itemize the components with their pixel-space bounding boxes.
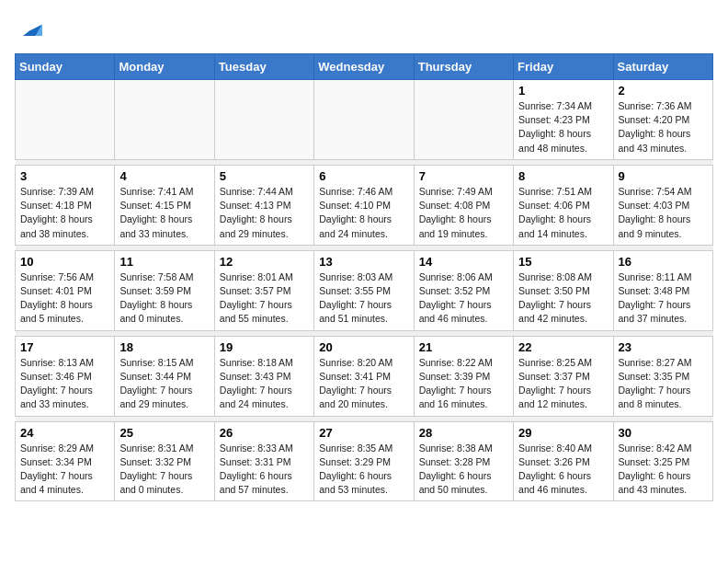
day-info: Sunrise: 8:29 AM Sunset: 3:34 PM Dayligh… — [20, 442, 109, 498]
day-info: Sunrise: 7:34 AM Sunset: 4:23 PM Dayligh… — [518, 99, 608, 155]
day-number: 25 — [119, 426, 209, 440]
day-info: Sunrise: 7:49 AM Sunset: 4:08 PM Dayligh… — [419, 185, 508, 241]
day-number: 17 — [20, 340, 109, 354]
day-number: 24 — [20, 426, 109, 440]
calendar-week-1: 1Sunrise: 7:34 AM Sunset: 4:23 PM Daylig… — [16, 80, 713, 160]
day-info: Sunrise: 8:08 AM Sunset: 3:50 PM Dayligh… — [518, 270, 608, 327]
day-number: 15 — [518, 255, 608, 269]
day-info: Sunrise: 7:51 AM Sunset: 4:06 PM Dayligh… — [518, 185, 608, 241]
calendar-header-saturday: Saturday — [613, 54, 712, 80]
calendar-cell: 11Sunrise: 7:58 AM Sunset: 3:59 PM Dayli… — [115, 250, 214, 330]
calendar-cell: 17Sunrise: 8:13 AM Sunset: 3:46 PM Dayli… — [16, 336, 115, 416]
calendar-cell — [115, 80, 214, 160]
day-number: 28 — [419, 426, 508, 440]
day-info: Sunrise: 8:38 AM Sunset: 3:28 PM Dayligh… — [419, 442, 508, 498]
day-info: Sunrise: 8:42 AM Sunset: 3:25 PM Dayligh… — [619, 442, 708, 498]
day-number: 1 — [518, 84, 608, 98]
day-info: Sunrise: 8:40 AM Sunset: 3:26 PM Dayligh… — [518, 442, 608, 498]
day-number: 10 — [20, 255, 109, 269]
calendar-cell — [214, 80, 313, 160]
day-number: 12 — [220, 255, 309, 269]
calendar-week-5: 24Sunrise: 8:29 AM Sunset: 3:34 PM Dayli… — [16, 421, 713, 501]
calendar-cell: 20Sunrise: 8:20 AM Sunset: 3:41 PM Dayli… — [314, 336, 414, 416]
calendar-header-friday: Friday — [514, 54, 613, 80]
day-number: 9 — [619, 169, 708, 183]
calendar-cell: 18Sunrise: 8:15 AM Sunset: 3:44 PM Dayli… — [115, 336, 214, 416]
calendar-cell: 30Sunrise: 8:42 AM Sunset: 3:25 PM Dayli… — [613, 421, 712, 501]
calendar-header-tuesday: Tuesday — [214, 54, 313, 80]
calendar-week-3: 10Sunrise: 7:56 AM Sunset: 4:01 PM Dayli… — [16, 250, 713, 330]
day-number: 7 — [419, 169, 508, 183]
calendar-week-4: 17Sunrise: 8:13 AM Sunset: 3:46 PM Dayli… — [16, 336, 713, 416]
calendar: SundayMondayTuesdayWednesdayThursdayFrid… — [15, 53, 713, 501]
day-info: Sunrise: 8:25 AM Sunset: 3:37 PM Dayligh… — [518, 356, 608, 412]
calendar-cell: 26Sunrise: 8:33 AM Sunset: 3:31 PM Dayli… — [214, 421, 313, 501]
day-info: Sunrise: 8:31 AM Sunset: 3:32 PM Dayligh… — [119, 442, 209, 498]
calendar-cell: 10Sunrise: 7:56 AM Sunset: 4:01 PM Dayli… — [16, 250, 115, 330]
calendar-header-row: SundayMondayTuesdayWednesdayThursdayFrid… — [16, 54, 713, 80]
day-info: Sunrise: 8:18 AM Sunset: 3:43 PM Dayligh… — [220, 356, 309, 412]
day-number: 16 — [619, 255, 708, 269]
day-info: Sunrise: 8:15 AM Sunset: 3:44 PM Dayligh… — [119, 356, 209, 412]
day-info: Sunrise: 8:22 AM Sunset: 3:39 PM Dayligh… — [419, 356, 508, 412]
day-info: Sunrise: 8:20 AM Sunset: 3:41 PM Dayligh… — [319, 356, 408, 412]
day-number: 19 — [220, 340, 309, 354]
day-number: 27 — [319, 426, 408, 440]
calendar-cell — [16, 80, 115, 160]
calendar-header-thursday: Thursday — [414, 54, 513, 80]
day-info: Sunrise: 7:44 AM Sunset: 4:13 PM Dayligh… — [220, 185, 309, 241]
day-number: 2 — [619, 84, 708, 98]
calendar-cell: 12Sunrise: 8:01 AM Sunset: 3:57 PM Dayli… — [214, 250, 313, 330]
calendar-cell: 16Sunrise: 8:11 AM Sunset: 3:48 PM Dayli… — [613, 250, 712, 330]
day-info: Sunrise: 7:39 AM Sunset: 4:18 PM Dayligh… — [20, 185, 109, 241]
calendar-cell: 23Sunrise: 8:27 AM Sunset: 3:35 PM Dayli… — [613, 336, 712, 416]
day-info: Sunrise: 7:46 AM Sunset: 4:10 PM Dayligh… — [319, 185, 408, 241]
day-info: Sunrise: 7:56 AM Sunset: 4:01 PM Dayligh… — [20, 270, 109, 327]
calendar-cell — [314, 80, 414, 160]
calendar-cell: 1Sunrise: 7:34 AM Sunset: 4:23 PM Daylig… — [514, 80, 613, 160]
calendar-cell: 9Sunrise: 7:54 AM Sunset: 4:03 PM Daylig… — [613, 165, 712, 245]
day-info: Sunrise: 7:54 AM Sunset: 4:03 PM Dayligh… — [619, 185, 708, 241]
calendar-header-wednesday: Wednesday — [314, 54, 414, 80]
calendar-cell — [414, 80, 513, 160]
calendar-cell: 4Sunrise: 7:41 AM Sunset: 4:15 PM Daylig… — [115, 165, 214, 245]
day-number: 5 — [220, 169, 309, 183]
day-info: Sunrise: 7:36 AM Sunset: 4:20 PM Dayligh… — [619, 99, 708, 155]
calendar-cell: 24Sunrise: 8:29 AM Sunset: 3:34 PM Dayli… — [16, 421, 115, 501]
calendar-cell: 5Sunrise: 7:44 AM Sunset: 4:13 PM Daylig… — [214, 165, 313, 245]
calendar-cell: 27Sunrise: 8:35 AM Sunset: 3:29 PM Dayli… — [314, 421, 414, 501]
day-number: 13 — [319, 255, 408, 269]
page-header — [15, 15, 713, 44]
day-number: 14 — [419, 255, 508, 269]
calendar-header-monday: Monday — [115, 54, 214, 80]
day-info: Sunrise: 7:41 AM Sunset: 4:15 PM Dayligh… — [119, 185, 209, 241]
logo-icon — [17, 15, 42, 40]
day-info: Sunrise: 8:11 AM Sunset: 3:48 PM Dayligh… — [619, 270, 708, 327]
calendar-cell: 19Sunrise: 8:18 AM Sunset: 3:43 PM Dayli… — [214, 336, 313, 416]
day-info: Sunrise: 8:06 AM Sunset: 3:52 PM Dayligh… — [419, 270, 508, 327]
calendar-cell: 15Sunrise: 8:08 AM Sunset: 3:50 PM Dayli… — [514, 250, 613, 330]
calendar-cell: 28Sunrise: 8:38 AM Sunset: 3:28 PM Dayli… — [414, 421, 513, 501]
day-number: 18 — [119, 340, 209, 354]
calendar-cell: 8Sunrise: 7:51 AM Sunset: 4:06 PM Daylig… — [514, 165, 613, 245]
calendar-cell: 7Sunrise: 7:49 AM Sunset: 4:08 PM Daylig… — [414, 165, 513, 245]
calendar-header-sunday: Sunday — [16, 54, 115, 80]
day-number: 11 — [119, 255, 209, 269]
day-info: Sunrise: 8:35 AM Sunset: 3:29 PM Dayligh… — [319, 442, 408, 498]
calendar-cell: 22Sunrise: 8:25 AM Sunset: 3:37 PM Dayli… — [514, 336, 613, 416]
day-number: 30 — [619, 426, 708, 440]
calendar-cell: 14Sunrise: 8:06 AM Sunset: 3:52 PM Dayli… — [414, 250, 513, 330]
day-number: 8 — [518, 169, 608, 183]
calendar-cell: 13Sunrise: 8:03 AM Sunset: 3:55 PM Dayli… — [314, 250, 414, 330]
day-info: Sunrise: 8:27 AM Sunset: 3:35 PM Dayligh… — [619, 356, 708, 412]
day-info: Sunrise: 8:01 AM Sunset: 3:57 PM Dayligh… — [220, 270, 309, 327]
day-number: 29 — [518, 426, 608, 440]
day-info: Sunrise: 7:58 AM Sunset: 3:59 PM Dayligh… — [119, 270, 209, 327]
day-info: Sunrise: 8:03 AM Sunset: 3:55 PM Dayligh… — [319, 270, 408, 327]
day-info: Sunrise: 8:33 AM Sunset: 3:31 PM Dayligh… — [220, 442, 309, 498]
day-number: 21 — [419, 340, 508, 354]
calendar-cell: 25Sunrise: 8:31 AM Sunset: 3:32 PM Dayli… — [115, 421, 214, 501]
day-number: 4 — [119, 169, 209, 183]
calendar-cell: 21Sunrise: 8:22 AM Sunset: 3:39 PM Dayli… — [414, 336, 513, 416]
day-number: 3 — [20, 169, 109, 183]
